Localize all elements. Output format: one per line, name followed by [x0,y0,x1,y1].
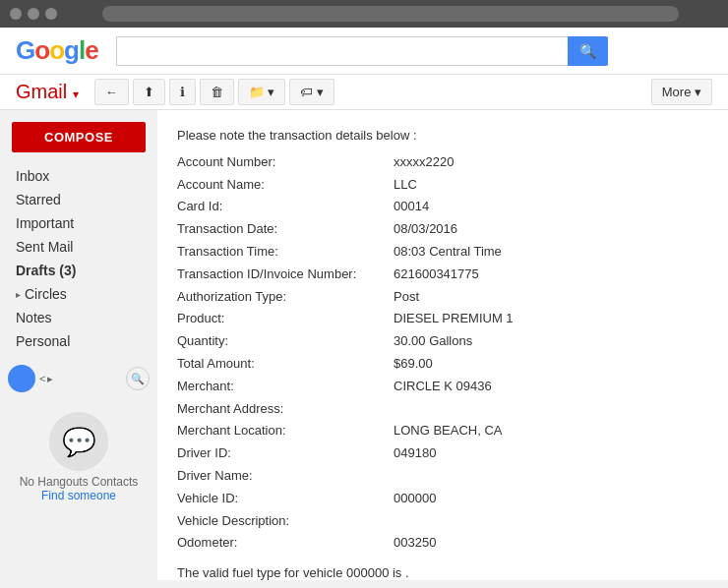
email-field-label: Transaction Time: [177,242,394,263]
email-field-label: Driver ID: [177,443,394,464]
sidebar: COMPOSE Inbox Starred Important Sent Mai… [0,110,157,580]
email-field-value: 30.00 Gallons [394,331,472,352]
hangouts-no-contacts-text: No Hangouts Contacts [20,475,139,489]
titlebar-close-btn[interactable] [10,8,22,20]
sidebar-item-label: Notes [16,310,52,325]
email-field-value: $69.00 [394,354,433,375]
email-field-row: Vehicle Description: [177,511,708,532]
email-field-label: Vehicle ID: [177,489,394,509]
email-fields: Account Number:xxxxx2220Account Name:LLC… [177,152,708,554]
email-footer: The valid fuel type for vehicle 000000 i… [177,563,708,580]
email-field-label: Card Id: [177,197,394,217]
sidebar-item-label: Starred [16,192,61,207]
email-field-row: Driver ID:049180 [177,443,708,464]
email-field-label: Account Number: [177,152,394,173]
compose-button[interactable]: COMPOSE [12,122,146,152]
email-field-label: Total Amount: [177,354,394,375]
user-avatar[interactable] [8,365,35,392]
email-field-label: Authorization Type: [177,287,394,308]
email-field-label: Odometer: [177,533,394,554]
titlebar [0,0,728,28]
toolbar-back-button[interactable]: ← [94,79,129,105]
email-field-value: 003250 [394,533,436,554]
main-layout: COMPOSE Inbox Starred Important Sent Mai… [0,110,728,580]
sidebar-item-label: Circles [25,286,67,302]
email-field-row: Transaction ID/Invoice Number:6216003417… [177,265,708,285]
toolbar-delete-button[interactable]: 🗑 [200,79,234,105]
email-field-row: Account Number:xxxxx2220 [177,152,708,173]
email-field-value: 621600341775 [394,265,479,285]
email-field-value: LONG BEACH, CA [394,421,503,441]
sidebar-item-starred[interactable]: Starred [0,188,157,211]
sidebar-search-button[interactable]: 🔍 [126,367,150,390]
email-field-value: xxxxx2220 [394,152,454,173]
nav-prev[interactable]: < [39,373,45,385]
email-field-value: 08:03 Central Time [394,242,502,263]
search-input[interactable] [116,36,568,66]
toolbar-archive-button[interactable]: ⬆ [133,79,165,105]
email-field-value: 049180 [394,443,436,464]
email-field-label: Merchant Address: [177,399,394,420]
sidebar-item-label: Important [16,215,74,231]
email-field-label: Product: [177,309,394,329]
sidebar-item-sent-mail[interactable]: Sent Mail [0,235,157,259]
email-field-row: Transaction Time:08:03 Central Time [177,242,708,263]
hangouts-avatar-icon: 💬 [49,412,108,471]
email-field-value: CIRCLE K 09436 [394,377,492,397]
email-field-value: DIESEL PREMIUM 1 [394,309,514,329]
sidebar-item-label: Sent Mail [16,239,73,255]
hangouts-find-someone-link[interactable]: Find someone [41,489,116,502]
email-field-value: LLC [394,175,417,196]
email-field-label: Quantity: [177,331,394,352]
gmail-label[interactable]: Gmail ▾ [16,81,79,103]
toolbar-report-button[interactable]: ℹ [169,79,196,105]
gmail-toolbar: Gmail ▾ ← ⬆ ℹ 🗑 📁 ▾ 🏷 ▾ More ▾ [0,75,728,110]
email-intro-text: Please note the transaction details belo… [177,126,708,147]
toolbar-folder-button[interactable]: 📁 ▾ [238,79,286,105]
email-field-value: 000000 [394,489,436,509]
email-field-row: Merchant:CIRCLE K 09436 [177,377,708,397]
email-field-value: 00014 [394,197,429,217]
email-field-label: Transaction ID/Invoice Number: [177,265,394,285]
email-field-row: Quantity:30.00 Gallons [177,331,708,352]
email-field-row: Product:DIESEL PREMIUM 1 [177,309,708,329]
email-field-label: Driver Name: [177,466,394,487]
titlebar-minimize-btn[interactable] [28,8,39,20]
email-field-label: Vehicle Description: [177,511,394,532]
titlebar-maximize-btn[interactable] [45,8,57,20]
sidebar-item-important[interactable]: Important [0,211,157,235]
email-field-row: Merchant Location:LONG BEACH, CA [177,421,708,441]
sidebar-item-label: Personal [16,333,70,349]
email-field-row: Card Id:00014 [177,197,708,217]
email-field-row: Odometer:003250 [177,533,708,554]
nav-next[interactable]: ▸ [47,373,53,385]
email-field-label: Merchant: [177,377,394,397]
chevron-right-icon: ▸ [16,289,21,300]
email-field-value: Post [394,287,419,308]
email-field-label: Merchant Location: [177,421,394,441]
email-field-value: 08/03/2016 [394,219,457,240]
email-field-row: Account Name:LLC [177,175,708,196]
toolbar-label-button[interactable]: 🏷 ▾ [289,79,334,105]
search-button[interactable]: 🔍 [568,36,608,66]
hangouts-section: 💬 No Hangouts Contacts Find someone [0,396,157,510]
search-container: 🔍 [116,36,608,66]
toolbar-more-button[interactable]: More ▾ [651,79,712,105]
email-field-row: Merchant Address: [177,399,708,420]
email-field-label: Account Name: [177,175,394,196]
sidebar-item-drafts[interactable]: Drafts (3) [0,259,157,282]
email-footer-line-1: The valid fuel type for vehicle 000000 i… [177,563,708,580]
titlebar-url-bar [102,6,679,22]
sidebar-item-circles[interactable]: ▸ Circles [0,282,157,306]
sidebar-item-personal[interactable]: Personal [0,329,157,353]
user-nav: < ▸ [39,373,53,385]
sidebar-item-inbox[interactable]: Inbox [0,164,157,188]
gmail-dropdown-arrow: ▾ [73,88,79,101]
sidebar-item-notes[interactable]: Notes [0,306,157,329]
google-header: Google 🔍 [0,28,728,75]
email-field-row: Driver Name: [177,466,708,487]
email-field-row: Total Amount:$69.00 [177,354,708,375]
user-row: < ▸ 🔍 [0,361,157,396]
sidebar-item-label: Inbox [16,168,49,184]
email-content-area: Please note the transaction details belo… [157,110,728,580]
